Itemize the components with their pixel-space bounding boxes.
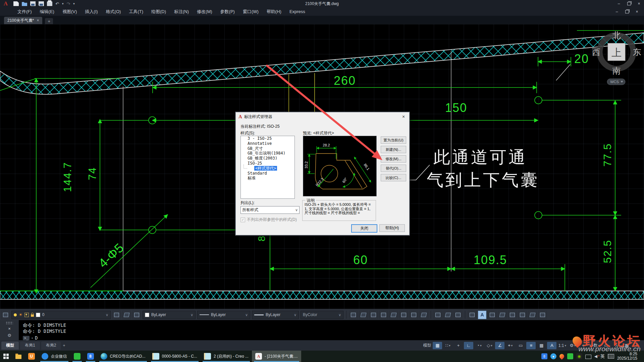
- command-input-row[interactable]: >_ ▾ D: [23, 335, 644, 341]
- tray-remote-icon[interactable]: 8: [541, 353, 547, 359]
- drag-grip-icon[interactable]: [6, 321, 13, 324]
- dialog-close-icon[interactable]: ×: [398, 112, 409, 121]
- override-button[interactable]: 替代(O)...: [381, 165, 406, 172]
- wecom-window[interactable]: 企业微信: [38, 351, 70, 362]
- layer-thaw-icon[interactable]: ☀: [19, 313, 22, 317]
- save-as-icon[interactable]: [39, 1, 44, 6]
- creo-doc1-window[interactable]: 0000-5800-A5 - C...: [149, 351, 201, 362]
- taskbar-clock[interactable]: 8:25 2025/12/15: [617, 352, 637, 361]
- style-item[interactable]: GB_引出说明(1984): [241, 151, 294, 156]
- touch-keyboard-icon[interactable]: [608, 354, 614, 359]
- text-style-icon[interactable]: [488, 311, 496, 319]
- save-icon[interactable]: [30, 1, 36, 6]
- menu-draw[interactable]: 绘图(D): [147, 8, 170, 16]
- store-app-button[interactable]: U: [25, 351, 38, 362]
- annotation-monitor-icon[interactable]: +: [578, 342, 588, 349]
- compare-button[interactable]: 比较(C)...: [381, 174, 406, 181]
- menu-window[interactable]: 窗口(W): [239, 8, 263, 16]
- menu-modify[interactable]: 修改(M): [193, 8, 216, 16]
- minimize-button[interactable]: –: [614, 0, 624, 7]
- new-file-icon[interactable]: [13, 1, 19, 6]
- snap-toggle-icon[interactable]: ∷▾: [443, 342, 452, 349]
- copy-icon[interactable]: [434, 311, 442, 319]
- set-current-button[interactable]: 置为当前(U): [381, 136, 406, 144]
- plot-style-dropdown[interactable]: ByColor ∨: [301, 311, 343, 319]
- layer-on-icon[interactable]: [14, 313, 17, 316]
- menu-express[interactable]: Express: [285, 8, 309, 15]
- menu-format[interactable]: 格式(O): [102, 8, 125, 16]
- hatch-icon[interactable]: [369, 311, 378, 319]
- customization-icon[interactable]: ≡: [633, 342, 642, 349]
- color-dropdown[interactable]: ByLayer ∨: [143, 311, 196, 319]
- new-drawing-tab-button[interactable]: +: [45, 18, 53, 24]
- menu-parametric[interactable]: 参数(P): [216, 8, 239, 16]
- units-dropdown[interactable]: 小数▾: [589, 342, 600, 349]
- modify-button[interactable]: 修改(M)...: [381, 155, 406, 163]
- layer-states-icon[interactable]: [132, 311, 141, 319]
- menu-insert[interactable]: 插入(I): [81, 8, 102, 16]
- menu-file[interactable]: 文件(F): [13, 8, 36, 16]
- list-filter-dropdown[interactable]: 所有样式 ∨: [240, 206, 300, 214]
- text-folder-icon[interactable]: [528, 311, 537, 319]
- tray-qq-icon[interactable]: ●: [550, 353, 556, 359]
- polar-tracking-icon[interactable]: ◔▾: [474, 342, 484, 349]
- workspace-gear-icon[interactable]: ⚙▾: [568, 342, 577, 349]
- autocad-logo-icon[interactable]: A: [0, 0, 11, 7]
- xref-checkbox-row[interactable]: ✓ 不列出外部参照中的样式(D): [240, 217, 297, 223]
- undo-icon[interactable]: ↶: [55, 2, 59, 6]
- transparency-icon[interactable]: ▩: [537, 342, 546, 349]
- model-space-toggle[interactable]: 模型: [422, 342, 432, 349]
- layer-previous-icon[interactable]: [122, 311, 131, 319]
- quick-properties-icon[interactable]: ▭: [601, 342, 611, 349]
- named-views-icon[interactable]: [359, 311, 368, 319]
- block-attribute-icon[interactable]: [444, 311, 452, 319]
- layer-properties-icon[interactable]: [1, 311, 10, 319]
- tray-flame-icon[interactable]: [558, 353, 565, 360]
- lineweight-display-icon[interactable]: ▭: [516, 342, 525, 349]
- menu-help[interactable]: 帮助(H): [263, 8, 285, 16]
- render-icon[interactable]: [420, 311, 428, 319]
- command-history[interactable]: 命令: D DIMSTYLE 命令: D DIMSTYLE >_ ▾ D: [19, 320, 644, 340]
- file-tab[interactable]: 2100夹手气囊* ×: [4, 17, 42, 24]
- print-icon[interactable]: [47, 1, 52, 6]
- arc-text-icon[interactable]: [498, 311, 506, 319]
- dynamic-input-icon[interactable]: +: [453, 342, 463, 349]
- doc-restore-button[interactable]: [622, 8, 632, 15]
- input-language-indicator[interactable]: 英: [600, 353, 605, 359]
- annotation-scale[interactable]: 1:1▾: [557, 342, 567, 349]
- quick-dim-icon[interactable]: [508, 311, 517, 319]
- linetype-dropdown[interactable]: ByLayer ∨: [197, 311, 250, 319]
- doc-minimize-button[interactable]: –: [612, 8, 622, 15]
- qat-customize-icon[interactable]: ▾: [73, 2, 75, 5]
- style-item-selected[interactable]: <样式替代>: [241, 166, 294, 171]
- caret-down-icon[interactable]: ▾: [31, 336, 33, 340]
- style-item[interactable]: ISO-25: [241, 161, 294, 166]
- dialog-close-button[interactable]: 关闭: [351, 224, 377, 233]
- annotation-visibility-icon[interactable]: A: [547, 342, 556, 349]
- style-item[interactable]: Standard: [241, 171, 294, 176]
- menu-edit[interactable]: 编辑(E): [36, 8, 58, 16]
- restore-button[interactable]: [624, 0, 634, 7]
- isodraft-icon[interactable]: ◇▾: [485, 342, 494, 349]
- style-list[interactable]: 3 - ISO-25 Annotative GB_尺寸 GB_引出说明(1984…: [240, 136, 295, 199]
- style-item[interactable]: GB_尺寸: [241, 146, 294, 151]
- style-item[interactable]: 3 - ISO-25: [241, 136, 294, 141]
- menu-tools[interactable]: 工具(T): [125, 8, 147, 16]
- object-snap-icon[interactable]: ⌖▾: [505, 342, 515, 349]
- layer-dropdown[interactable]: ☀ 0 ∨: [11, 311, 111, 319]
- chevron-down-icon[interactable]: ∨: [106, 313, 108, 317]
- single-text-icon[interactable]: A: [478, 311, 486, 319]
- isolate-objects-icon[interactable]: ◔: [612, 342, 621, 349]
- file-explorer-button[interactable]: [12, 351, 25, 362]
- style-item[interactable]: GB_锥度(2003): [241, 156, 294, 161]
- dim-linear-icon[interactable]: [468, 311, 476, 319]
- xref-checkbox[interactable]: ✓: [240, 218, 245, 222]
- menu-dimension[interactable]: 标注(N): [170, 8, 193, 16]
- layer-make-current-icon[interactable]: [112, 311, 121, 319]
- web-publish-icon[interactable]: [389, 311, 398, 319]
- close-icon[interactable]: ×: [8, 326, 11, 331]
- dim-edit-icon[interactable]: [518, 311, 527, 319]
- tab-model[interactable]: 模型: [1, 342, 19, 350]
- new-style-button[interactable]: 新建(N)...: [381, 146, 406, 153]
- remote-app-button[interactable]: 8: [84, 351, 97, 362]
